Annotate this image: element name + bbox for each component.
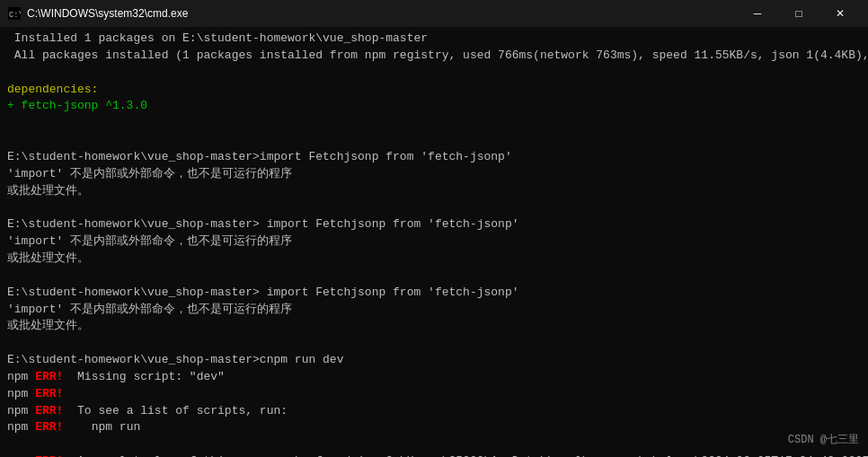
cmd-window: C:\ C:\WINDOWS\system32\cmd.exe ─ □ ✕ In…: [0, 0, 868, 457]
line-err2b: 或批处理文件。: [7, 250, 861, 268]
line-blank6: [7, 436, 861, 453]
line-err3: 'import' 不是内部或外部命令，也不是可运行的程序: [7, 302, 861, 319]
watermark: CSDN @七三里: [788, 433, 859, 448]
err-badge2: ERR!: [35, 387, 63, 400]
line-npm-err4: npm ERR! npm run: [7, 419, 861, 436]
err-badge3: ERR!: [35, 404, 63, 417]
line-err2: 'import' 不是内部或外部命令，也不是可运行的程序: [7, 233, 861, 250]
line-3: [7, 65, 861, 82]
minimize-button[interactable]: ─: [737, 0, 778, 27]
line-err1b: 或批处理文件。: [7, 183, 861, 200]
cmd-icon: C:\: [7, 6, 22, 21]
line-err3b: 或批处理文件。: [7, 318, 861, 335]
line-blank3: [7, 199, 861, 216]
npm-prefix2: npm: [7, 387, 35, 400]
line-cmd1: E:\student-homework\vue_shop-master>impo…: [7, 149, 861, 166]
window-controls: ─ □ ✕: [737, 0, 861, 27]
line-npm-err3: npm ERR! To see a list of scripts, run:: [7, 403, 861, 420]
line-deps: dependencies:: [7, 82, 861, 99]
npm-msg4: npm run: [63, 420, 140, 434]
line-cnpm: E:\student-homework\vue_shop-master>cnpm…: [7, 352, 861, 369]
line-npm-err5: npm ERR! A complete log of this run can …: [7, 453, 861, 457]
line-fetch: + fetch-jsonp ^1.3.0: [7, 98, 861, 115]
line-1: Installed 1 packages on E:\student-homew…: [7, 31, 861, 48]
terminal-output[interactable]: Installed 1 packages on E:\student-homew…: [0, 27, 868, 457]
close-button[interactable]: ✕: [819, 0, 861, 27]
line-blank5: [7, 335, 861, 352]
line-cmd2: E:\student-homework\vue_shop-master> imp…: [7, 216, 861, 233]
window-title: C:\WINDOWS\system32\cmd.exe: [27, 7, 737, 20]
line-npm-err1: npm ERR! Missing script: "dev": [7, 369, 861, 386]
npm-prefix3: npm: [7, 404, 35, 417]
line-2: All packages installed (1 packages insta…: [7, 48, 861, 65]
npm-prefix1: npm: [7, 370, 35, 383]
line-err1: 'import' 不是内部或外部命令，也不是可运行的程序: [7, 166, 861, 183]
line-blank2: [7, 132, 861, 149]
line-npm-err2: npm ERR!: [7, 386, 861, 403]
npm-msg1: Missing script: "dev": [63, 370, 224, 383]
err-badge4: ERR!: [35, 420, 63, 434]
err-badge1: ERR!: [35, 370, 63, 383]
npm-msg3: To see a list of scripts, run:: [63, 404, 288, 417]
npm-prefix4: npm: [7, 420, 35, 434]
svg-text:C:\: C:\: [9, 11, 21, 20]
line-blank4: [7, 268, 861, 285]
line-blank1: [7, 115, 861, 132]
line-cmd3: E:\student-homework\vue_shop-master> imp…: [7, 285, 861, 302]
maximize-button[interactable]: □: [778, 0, 819, 27]
title-bar: C:\ C:\WINDOWS\system32\cmd.exe ─ □ ✕: [0, 0, 868, 27]
